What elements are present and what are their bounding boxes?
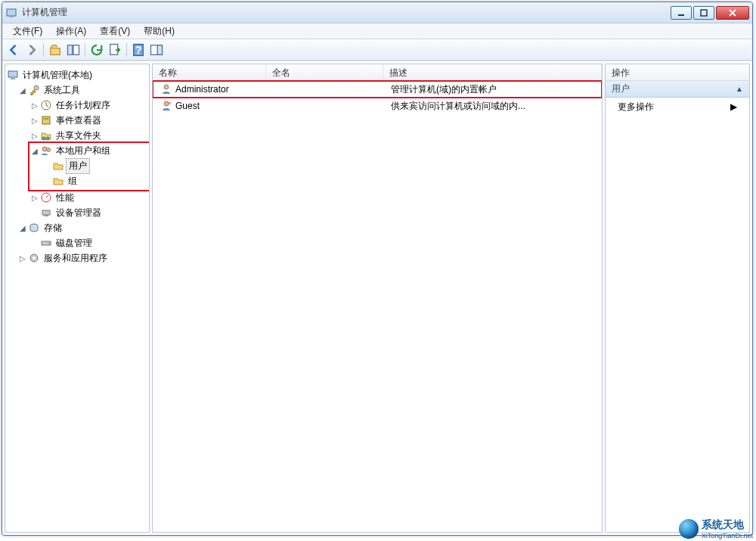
expand-icon[interactable]: ▷ (31, 194, 39, 201)
globe-icon (679, 519, 699, 539)
column-description[interactable]: 描述 (383, 64, 602, 80)
menu-file[interactable]: 文件(F) (7, 23, 48, 39)
svg-rect-0 (7, 9, 16, 16)
tree-device-manager[interactable]: 设备管理器 (29, 205, 149, 220)
services-icon (28, 252, 40, 264)
expand-icon[interactable]: ▷ (31, 117, 39, 124)
svg-rect-11 (8, 71, 17, 77)
tree-event-viewer[interactable]: ▷ 事件查看器 (29, 113, 149, 128)
svg-point-26 (48, 243, 50, 244)
tree-label: 系统工具 (42, 83, 82, 98)
disk-icon (40, 237, 52, 249)
tree-pane[interactable]: 计算机管理(本地) ◢ 系统工具 ▷ (5, 64, 150, 533)
menu-action[interactable]: 操作(A) (50, 23, 92, 39)
device-icon (40, 207, 52, 219)
folder-icon (52, 175, 64, 187)
main-body: 计算机管理(本地) ◢ 系统工具 ▷ (2, 61, 752, 535)
tree-label: 组 (66, 174, 79, 188)
tree-label: 任务计划程序 (54, 98, 113, 113)
up-button[interactable] (47, 42, 64, 58)
menu-help[interactable]: 帮助(H) (138, 23, 181, 39)
show-actions-button[interactable] (148, 42, 165, 58)
app-icon (5, 7, 17, 19)
svg-point-17 (42, 137, 45, 140)
back-button[interactable] (5, 42, 22, 58)
collapse-arrow-icon: ▲ (736, 85, 743, 93)
svg-rect-15 (42, 117, 50, 124)
tree-root[interactable]: 计算机管理(本地) (5, 67, 149, 82)
list-row-administrator[interactable]: Administrator 管理计算机(域)的内置帐户 (153, 81, 602, 98)
menu-view[interactable]: 查看(V) (94, 23, 136, 39)
tree-task-scheduler[interactable]: ▷ 任务计划程序 (29, 98, 149, 113)
user-name: Guest (175, 101, 200, 111)
tree-disk-management[interactable]: 磁盘管理 (29, 235, 149, 250)
tree-label: 服务和应用程序 (42, 251, 110, 266)
list-body: Administrator 管理计算机(域)的内置帐户 Guest 供来宾访问计… (153, 81, 602, 114)
forward-button[interactable] (23, 42, 40, 58)
svg-rect-22 (42, 210, 50, 215)
title-bar[interactable]: 计算机管理 (2, 2, 752, 23)
tree-users[interactable]: 用户 (42, 158, 149, 173)
tree-services-apps[interactable]: ▷ 服务和应用程序 (17, 250, 149, 266)
refresh-button[interactable] (88, 42, 105, 58)
tools-icon (28, 84, 40, 96)
svg-rect-12 (11, 78, 15, 79)
menu-bar: 文件(F) 操作(A) 查看(V) 帮助(H) (2, 23, 752, 39)
svg-point-19 (42, 147, 47, 151)
watermark-url: XiTongTianDi.net (702, 532, 753, 539)
svg-point-18 (46, 137, 49, 140)
svg-point-13 (34, 86, 39, 90)
collapse-icon[interactable]: ◢ (19, 86, 26, 94)
svg-point-28 (33, 257, 36, 260)
users-group-icon (40, 145, 52, 157)
window-title: 计算机管理 (22, 6, 671, 19)
list-header: 名称 全名 描述 (153, 64, 602, 81)
svg-rect-10 (157, 45, 162, 54)
actions-pane: 操作 用户 ▲ 更多操作 ▶ (605, 64, 750, 533)
tree-system-tools[interactable]: ◢ 系统工具 (17, 82, 149, 98)
column-name[interactable]: 名称 (153, 64, 266, 80)
actions-more-label: 更多操作 (618, 101, 654, 113)
tree-groups[interactable]: 组 (42, 173, 149, 188)
toolbar: ? (2, 39, 752, 61)
svg-point-30 (164, 101, 169, 106)
svg-rect-5 (73, 45, 79, 54)
event-icon (40, 114, 52, 126)
column-fullname[interactable]: 全名 (266, 64, 383, 80)
close-button[interactable] (716, 6, 749, 20)
tree-label: 性能 (54, 191, 76, 205)
export-button[interactable] (107, 42, 123, 58)
shared-folder-icon (40, 129, 52, 141)
collapse-icon[interactable]: ◢ (31, 147, 39, 154)
tree-label: 设备管理器 (54, 206, 104, 220)
show-hide-tree-button[interactable] (65, 42, 82, 58)
nav-tree[interactable]: 计算机管理(本地) ◢ 系统工具 ▷ (5, 67, 149, 266)
app-window: 计算机管理 文件(F) 操作(A) 查看(V) 帮助(H) ? (2, 2, 753, 536)
user-icon (160, 100, 172, 112)
tree-shared-folders[interactable]: ▷ 共享文件夹 (29, 128, 149, 143)
maximize-button[interactable] (693, 6, 714, 20)
svg-rect-3 (701, 10, 707, 16)
actions-more[interactable]: 更多操作 ▶ (606, 98, 749, 116)
window-controls (671, 6, 749, 20)
toolbar-separator (85, 43, 85, 57)
tree-label: 共享文件夹 (54, 129, 104, 143)
svg-point-29 (164, 85, 169, 89)
expand-icon[interactable]: ▷ (31, 132, 39, 139)
expand-icon[interactable]: ▷ (19, 254, 26, 262)
watermark-title: 系统天地 (702, 518, 744, 530)
list-row-guest[interactable]: Guest 供来宾访问计算机或访问域的内... (153, 98, 602, 114)
minimize-button[interactable] (671, 6, 692, 20)
svg-rect-4 (68, 45, 73, 54)
collapse-icon[interactable]: ◢ (19, 224, 26, 232)
tree-performance[interactable]: ▷ 性能 (29, 190, 149, 205)
computer-icon (7, 69, 19, 81)
tree-label: 计算机管理(本地) (20, 68, 94, 82)
tree-label: 本地用户和组 (54, 144, 113, 158)
actions-group-header[interactable]: 用户 ▲ (606, 81, 749, 98)
tree-storage[interactable]: ◢ 存储 (17, 220, 149, 235)
help-button[interactable]: ? (130, 42, 147, 58)
expand-icon[interactable]: ▷ (31, 101, 39, 109)
tree-local-users-groups[interactable]: ◢ 本地用户和组 (29, 143, 149, 158)
tree-label: 磁盘管理 (54, 236, 94, 250)
